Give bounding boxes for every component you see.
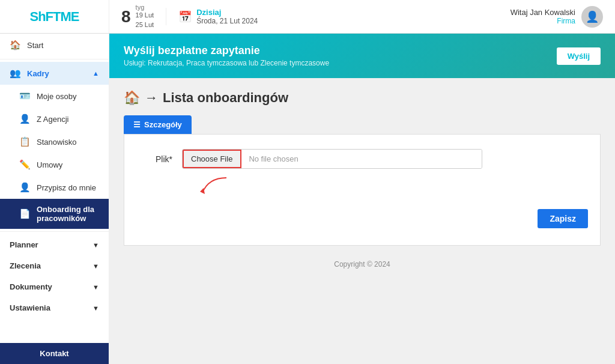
sidebar-item-moje-osoby[interactable]: 🪪 Moje osoby xyxy=(0,85,109,108)
sidebar-item-ustawienia[interactable]: Ustawienia ▼ xyxy=(0,297,109,318)
user-company: Firma xyxy=(510,17,575,25)
sidebar-stanowisko-label: Stanowisko xyxy=(37,138,76,147)
banner-title: Wyślij bezpłatne zapytanie xyxy=(124,44,329,57)
arrow-annotation xyxy=(190,175,588,201)
sidebar: 🏠 Start 👥 Kadry ▲ 🪪 Moje osoby 👤 Z Agenc… xyxy=(0,34,109,364)
house-icon: 🏠 xyxy=(124,90,140,106)
annotation-arrow xyxy=(190,175,238,199)
chevron-down-icon: ▼ xyxy=(92,241,99,249)
sidebar-item-umowy[interactable]: ✏️ Umowy xyxy=(0,153,109,176)
sidebar-zlecenia-label: Zlecenia xyxy=(10,261,41,270)
date-box: 📅 Dzisiaj Środa, 21 Lut 2024 xyxy=(166,8,258,25)
sidebar-item-zlecenia[interactable]: Zlecenia ▼ xyxy=(0,255,109,276)
banner-send-button[interactable]: Wyślij xyxy=(557,47,601,65)
week-date-end: 25 Lut xyxy=(136,20,154,29)
sidebar-planner-label: Planner xyxy=(10,240,38,249)
sidebar-item-planner[interactable]: Planner ▼ xyxy=(0,234,109,255)
user-info: Witaj Jan Kowalski Firma xyxy=(510,8,575,25)
logo-prefix: ShFT xyxy=(30,9,61,24)
logo-suffix: ME xyxy=(61,9,79,24)
today-date: Środa, 21 Lut 2024 xyxy=(196,17,258,25)
arrow-text: → xyxy=(145,90,158,106)
stanowisko-icon: 📋 xyxy=(19,136,31,147)
sidebar-item-kontakt[interactable]: Kontakt xyxy=(0,343,109,364)
main-layout: 🏠 Start 👥 Kadry ▲ 🪪 Moje osoby 👤 Z Agenc… xyxy=(0,34,615,364)
logo-area: ShFTME xyxy=(0,0,109,33)
onboarding-icon: 📄 xyxy=(19,208,31,219)
sidebar-item-dokumenty[interactable]: Dokumenty ▼ xyxy=(0,276,109,297)
file-name-text: No file chosen xyxy=(241,150,482,168)
sidebar-item-przypisz[interactable]: 👤 Przypisz do mnie xyxy=(0,176,109,199)
sidebar-dokumenty-label: Dokumenty xyxy=(10,282,52,291)
chevron-down-icon-4: ▼ xyxy=(92,305,99,312)
agencji-icon: 👤 xyxy=(19,114,31,124)
copyright: Copyright © 2024 xyxy=(124,260,601,268)
calendar-icon: 📅 xyxy=(178,10,192,23)
umowy-icon: ✏️ xyxy=(19,159,31,170)
sidebar-item-start[interactable]: 🏠 Start xyxy=(0,34,109,56)
week-label: tyg xyxy=(136,4,154,11)
chevron-down-icon-3: ▼ xyxy=(92,284,99,291)
sidebar-moje-osoby-label: Moje osoby xyxy=(37,92,76,101)
sidebar-item-kadry[interactable]: 👥 Kadry ▲ xyxy=(0,62,109,85)
home-icon: 🏠 xyxy=(10,40,21,50)
sidebar-umowy-label: Umowy xyxy=(37,160,62,169)
week-dates: 19 Lut 25 Lut xyxy=(136,11,154,29)
content-area: Wyślij bezpłatne zapytanie Usługi: Rekru… xyxy=(109,34,615,364)
sidebar-kadry-label: Kadry xyxy=(27,69,49,78)
save-button[interactable]: Zapisz xyxy=(538,209,588,228)
week-date-start: 19 Lut xyxy=(136,11,154,20)
kadry-icon: 👥 xyxy=(10,68,21,79)
header-center: 8 tyg 19 Lut 25 Lut 📅 Dzisiaj Środa, 21 … xyxy=(109,4,510,29)
header-right: Witaj Jan Kowalski Firma 👤 xyxy=(510,6,615,28)
form-actions: Zapisz xyxy=(136,207,588,231)
page-title: 🏠 → Lista onboardingów xyxy=(124,90,601,106)
sidebar-kontakt-label: Kontakt xyxy=(40,349,68,358)
banner: Wyślij bezpłatne zapytanie Usługi: Rekru… xyxy=(109,34,615,78)
logo: ShFTME xyxy=(30,9,79,25)
top-header: ShFTME 8 tyg 19 Lut 25 Lut 📅 Dzisiaj Śro… xyxy=(0,0,615,34)
today-label: Dzisiaj xyxy=(196,8,258,17)
file-input-wrapper: Choose File No file chosen xyxy=(182,149,482,169)
form-card: Plik* Choose File No file chosen Zapisz xyxy=(124,134,601,246)
user-greeting: Witaj Jan Kowalski xyxy=(510,8,575,17)
chevron-down-icon-2: ▼ xyxy=(92,262,99,270)
choose-file-button[interactable]: Choose File xyxy=(183,150,241,168)
przypisz-icon: 👤 xyxy=(19,182,31,193)
week-info: 8 tyg 19 Lut 25 Lut xyxy=(121,4,154,29)
tab-szczegoly-label: Szczegóły xyxy=(144,120,182,129)
week-number: 8 xyxy=(121,7,131,26)
banner-subtitle: Usługi: Rekrutacja, Praca tymczasowa lub… xyxy=(124,59,329,67)
sidebar-przypisz-label: Przypisz do mnie xyxy=(37,183,96,192)
list-icon: ☰ xyxy=(133,120,141,129)
sidebar-z-agencji-label: Z Agencji xyxy=(37,115,68,124)
sidebar-ustawienia-label: Ustawienia xyxy=(10,303,50,312)
sidebar-start-label: Start xyxy=(27,41,43,50)
chevron-up-icon: ▲ xyxy=(92,70,99,77)
avatar: 👤 xyxy=(581,6,603,28)
page-title-text: Lista onboardingów xyxy=(163,90,288,106)
sidebar-onboarding-label: Onboarding dla pracowników xyxy=(37,205,99,223)
file-form-row: Plik* Choose File No file chosen xyxy=(136,149,588,169)
tabs: ☰ Szczegóły xyxy=(124,115,601,134)
page-content: 🏠 → Lista onboardingów ☰ Szczegóły Plik*… xyxy=(109,78,615,281)
sidebar-item-z-agencji[interactable]: 👤 Z Agencji xyxy=(0,108,109,130)
file-label: Plik* xyxy=(136,154,172,164)
sidebar-item-stanowisko[interactable]: 📋 Stanowisko xyxy=(0,130,109,153)
moje-osoby-icon: 🪪 xyxy=(19,91,31,102)
sidebar-item-onboarding[interactable]: 📄 Onboarding dla pracowników xyxy=(0,199,109,229)
tab-szczegoly[interactable]: ☰ Szczegóły xyxy=(124,115,192,134)
